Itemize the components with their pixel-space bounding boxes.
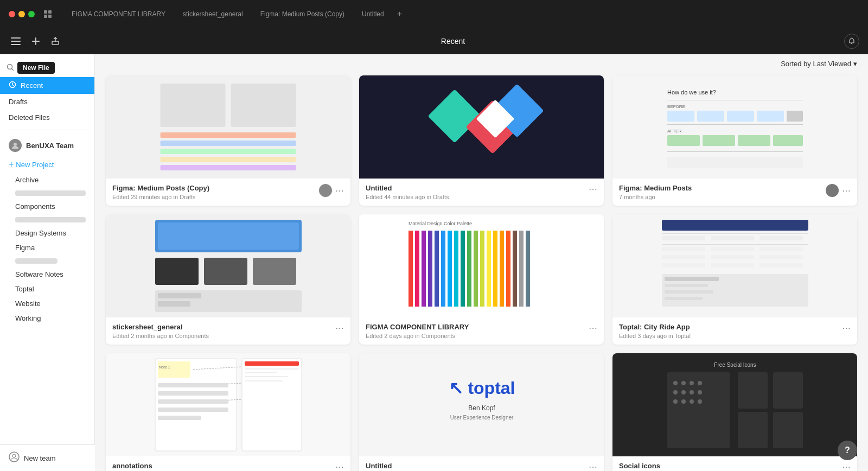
svg-rect-86 <box>760 247 803 251</box>
help-button[interactable]: ? <box>838 441 857 460</box>
grid-icon[interactable] <box>43 10 52 18</box>
tab-untitled[interactable]: Untitled <box>353 7 393 21</box>
svg-rect-67 <box>467 231 471 307</box>
sidebar-item-website[interactable]: Website <box>0 296 94 311</box>
svg-rect-97 <box>665 297 703 300</box>
notification-button[interactable] <box>844 34 859 49</box>
sidebar-item-recent[interactable]: Recent <box>0 77 94 94</box>
svg-rect-55 <box>158 301 190 307</box>
sidebar-item-deleted[interactable]: Deleted Files <box>0 110 94 125</box>
tab-medium-posts[interactable]: Figma: Medium Posts (Copy) <box>252 7 353 21</box>
file-meta-1: Edited 44 minutes ago in Drafts <box>366 194 589 200</box>
new-team-icon <box>9 451 20 464</box>
svg-rect-76 <box>526 231 530 307</box>
svg-rect-5 <box>11 41 21 42</box>
svg-rect-2 <box>44 15 47 18</box>
file-name-4: FIGMA COMPONENT LIBRARY <box>366 323 589 331</box>
file-actions-6: ⋯ <box>335 462 344 471</box>
share-button[interactable] <box>49 35 62 48</box>
sidebar-item-toptal[interactable]: Toptal <box>0 282 94 296</box>
file-card-4[interactable]: Material Design Color Palette <box>359 214 604 345</box>
file-card-1[interactable]: Untitled Edited 44 minutes ago in Drafts… <box>359 75 604 206</box>
new-team-label[interactable]: New team <box>24 454 56 462</box>
sidebar-item-working[interactable]: Working <box>0 311 94 326</box>
svg-rect-92 <box>760 263 803 268</box>
more-menu-5[interactable]: ⋯ <box>842 323 851 333</box>
file-card-0[interactable]: Figma: Medium Posts (Copy) Edited 29 min… <box>106 75 350 206</box>
appbar-left <box>9 35 62 48</box>
file-name-1: Untitled <box>366 184 589 192</box>
sidebar-item-drafts[interactable]: Drafts <box>0 94 94 110</box>
file-meta-3: Edited 2 months ago in Components <box>112 333 335 339</box>
svg-rect-41 <box>667 135 700 146</box>
more-menu-6[interactable]: ⋯ <box>335 462 344 471</box>
svg-rect-3 <box>48 15 52 18</box>
sidebar-item-design-systems[interactable]: Design Systems <box>0 226 94 240</box>
sort-dropdown[interactable]: Sorted by Last Viewed ▾ <box>781 60 857 68</box>
menu-button[interactable] <box>9 35 23 47</box>
svg-rect-78 <box>662 220 808 231</box>
file-card-2[interactable]: How do we use it? BEFORE AFTER <box>612 75 857 206</box>
file-details-3: stickersheet_general Edited 2 months ago… <box>112 323 335 339</box>
svg-rect-58 <box>409 231 413 307</box>
more-menu-4[interactable]: ⋯ <box>589 323 597 333</box>
file-avatar-2 <box>826 184 839 197</box>
sidebar-item-software-notes[interactable]: Software Notes <box>0 267 94 282</box>
svg-rect-71 <box>493 231 497 307</box>
more-menu-1[interactable]: ⋯ <box>589 184 597 194</box>
search-icon <box>7 63 14 73</box>
svg-rect-44 <box>773 135 803 146</box>
minimize-button[interactable] <box>18 11 25 17</box>
file-details-2: Figma: Medium Posts 7 months ago <box>619 184 826 200</box>
file-thumbnail-6: Note 1 <box>106 353 350 456</box>
file-info-8: Social icons Edited 2 months ago in Comp… <box>612 456 857 471</box>
file-actions-4: ⋯ <box>589 323 597 333</box>
svg-rect-74 <box>513 231 517 307</box>
chevron-down-icon: ▾ <box>853 60 857 68</box>
sidebar-item-archive[interactable]: Archive <box>0 173 94 187</box>
file-card-3[interactable]: stickersheet_general Edited 2 months ago… <box>106 214 350 345</box>
svg-rect-84 <box>662 247 705 251</box>
svg-rect-18 <box>161 84 226 127</box>
more-menu-8[interactable]: ⋯ <box>842 462 851 471</box>
file-details-4: FIGMA COMPONENT LIBRARY Edited 2 days ag… <box>366 323 589 339</box>
team-avatar <box>9 139 22 152</box>
traffic-lights <box>9 11 35 17</box>
sidebar-item-figma[interactable]: Figma <box>0 240 94 255</box>
more-menu-3[interactable]: ⋯ <box>335 323 344 333</box>
svg-rect-85 <box>711 247 754 251</box>
new-file-tooltip: New File <box>17 62 55 74</box>
tab-stickersheet[interactable]: stickersheet_general <box>174 7 252 21</box>
maximize-button[interactable] <box>28 11 35 17</box>
svg-rect-83 <box>662 244 808 245</box>
new-file-button[interactable] <box>29 35 42 48</box>
file-card-6[interactable]: Note 1 <box>106 353 350 471</box>
new-project-button[interactable]: + New Project <box>0 156 94 173</box>
svg-rect-95 <box>665 284 708 287</box>
svg-line-12 <box>12 68 14 71</box>
svg-rect-10 <box>851 43 852 44</box>
svg-point-135 <box>673 399 678 404</box>
svg-rect-106 <box>245 376 288 377</box>
more-menu-2[interactable]: ⋯ <box>842 186 851 196</box>
sidebar: New File Recent Drafts Deleted Files <box>0 54 95 471</box>
more-menu-0[interactable]: ⋯ <box>335 186 344 196</box>
svg-rect-63 <box>441 231 445 307</box>
svg-rect-79 <box>662 233 808 234</box>
svg-rect-70 <box>487 231 491 307</box>
svg-point-128 <box>681 381 686 385</box>
file-card-5[interactable]: Toptal: City Ride App Edited 3 days ago … <box>612 214 857 345</box>
svg-rect-90 <box>662 263 705 268</box>
sidebar-item-components[interactable]: Components <box>0 199 94 214</box>
close-button[interactable] <box>9 11 15 17</box>
file-name-7: Untitled <box>366 462 589 470</box>
svg-rect-72 <box>500 231 504 307</box>
file-actions-0: ⋯ <box>319 184 344 197</box>
file-card-7[interactable]: ↖ toptal Ben Kopf User Experience Design… <box>359 353 604 471</box>
file-card-8[interactable]: Free Social Icons <box>612 353 857 471</box>
svg-point-11 <box>8 64 12 69</box>
add-tab-button[interactable]: + <box>393 6 406 22</box>
more-menu-7[interactable]: ⋯ <box>589 462 597 471</box>
tab-figma-component-library[interactable]: FIGMA COMPONENT LIBRARY <box>63 7 174 21</box>
titlebar: FIGMA COMPONENT LIBRARY stickersheet_gen… <box>0 0 868 28</box>
